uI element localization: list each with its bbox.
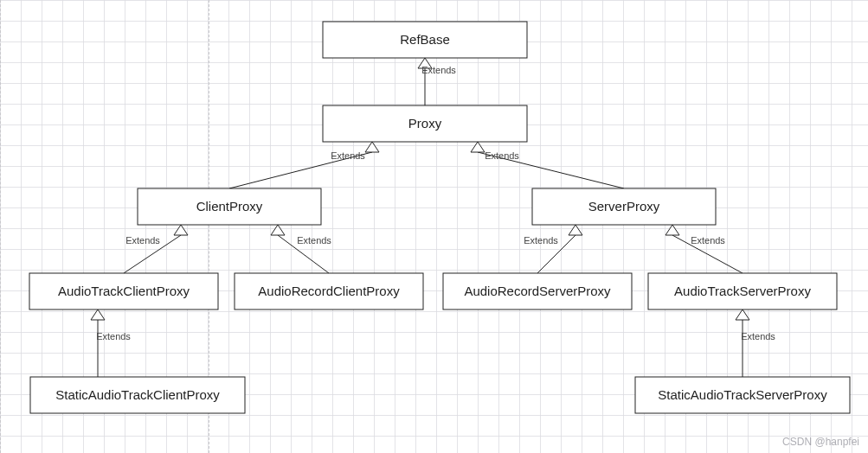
edge-label: Extends xyxy=(485,150,519,161)
extends-arrowhead xyxy=(665,225,679,235)
extends-arrowhead xyxy=(91,309,105,320)
edge-label: Extends xyxy=(741,331,775,341)
watermark: CSDN @hanpfei xyxy=(782,436,859,448)
edge-label: Extends xyxy=(691,235,725,246)
edge-label: Extends xyxy=(524,235,558,246)
extends-arrowhead xyxy=(365,142,379,152)
class-label: AudioTrackClientProxy xyxy=(58,284,190,298)
class-label: AudioRecordServerProxy xyxy=(464,284,611,298)
extends-arrowhead xyxy=(569,225,582,235)
class-label: StaticAudioTrackServerProxy xyxy=(658,387,827,402)
class-label: Proxy xyxy=(408,116,442,131)
class-label: AudioTrackServerProxy xyxy=(674,284,811,298)
diagram: ExtendsExtendsExtendsExtendsExtendsExten… xyxy=(0,0,868,453)
class-label: AudioRecordClientProxy xyxy=(258,284,400,298)
edge-label: Extends xyxy=(96,331,131,341)
class-label: ClientProxy xyxy=(196,199,263,214)
extends-arrowhead xyxy=(471,142,485,152)
class-label: ServerProxy xyxy=(588,199,660,214)
edge-label: Extends xyxy=(421,65,456,75)
class-label: RefBase xyxy=(400,32,450,47)
extends-arrowhead xyxy=(271,225,285,235)
edge-label: Extends xyxy=(125,235,160,246)
edge-label: Extends xyxy=(331,150,365,161)
edge-label: Extends xyxy=(297,235,331,246)
extends-arrowhead xyxy=(174,225,188,235)
class-label: StaticAudioTrackClientProxy xyxy=(55,387,220,402)
extends-arrowhead xyxy=(736,309,749,320)
